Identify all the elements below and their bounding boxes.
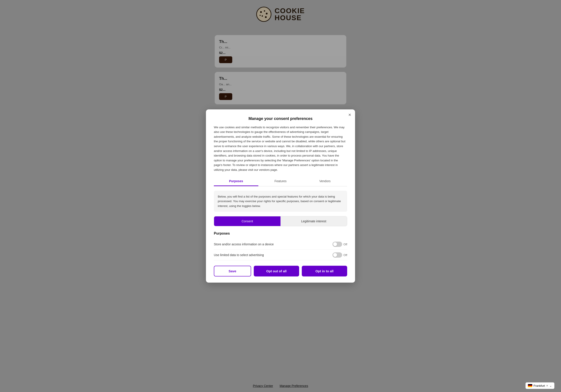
consent-button[interactable]: Consent [214, 216, 280, 226]
modal-title: Manage your consent preferences [214, 117, 347, 121]
location-close-button[interactable]: × [546, 384, 548, 387]
consent-modal: × Manage your consent preferences We use… [206, 109, 355, 283]
modal-footer: Save Opt out of all Opt in to all [214, 266, 347, 276]
purpose-2-label: Use limited data to select advertising [214, 253, 264, 257]
consent-legitimate-toggle: Consent Legitimate interest [214, 216, 347, 226]
opt-in-button[interactable]: Opt in to all [302, 266, 347, 276]
modal-description: We use cookies and similar methods to re… [214, 125, 347, 172]
germany-flag-icon [528, 384, 532, 387]
modal-overlay: × Manage your consent preferences We use… [0, 0, 561, 392]
tab-purposes-label: Purposes [229, 179, 243, 183]
toggle-2-thumb [333, 253, 337, 257]
toggle-2[interactable]: Off [333, 252, 347, 258]
tab-purposes[interactable]: Purposes [214, 177, 258, 186]
legitimate-label: Legitimate interest [301, 220, 326, 223]
toggle-2-state: Off [344, 254, 347, 257]
purposes-section: Purposes Store and/or access information… [214, 232, 347, 260]
info-box-text: Below, you will find a list of the purpo… [218, 195, 341, 208]
consent-label: Consent [241, 220, 253, 223]
toggle-2-track[interactable] [333, 252, 342, 258]
tab-features-label: Features [274, 179, 286, 183]
close-button[interactable]: × [348, 112, 351, 117]
toggle-1-state: Off [344, 243, 347, 246]
purposes-title: Purposes [214, 232, 347, 235]
location-city: Frankfurt [534, 384, 545, 387]
modal-tabs: Purposes Features Vendors [214, 177, 347, 186]
opt-out-button[interactable]: Opt out of all [254, 266, 299, 276]
location-badge: Frankfurt × ⌄ [526, 382, 554, 389]
toggle-1[interactable]: Off [333, 242, 347, 247]
tab-features[interactable]: Features [258, 177, 303, 186]
purpose-item-1: Store and/or access information on a dev… [214, 239, 347, 250]
toggle-1-thumb [333, 242, 337, 246]
save-button[interactable]: Save [214, 266, 251, 276]
tab-vendors[interactable]: Vendors [303, 177, 347, 186]
purpose-1-label: Store and/or access information on a dev… [214, 243, 274, 246]
info-box: Below, you will find a list of the purpo… [214, 191, 347, 212]
legitimate-interest-button[interactable]: Legitimate interest [280, 216, 347, 226]
toggle-1-track[interactable] [333, 242, 342, 247]
tab-vendors-label: Vendors [319, 179, 331, 183]
location-chevron-icon[interactable]: ⌄ [549, 384, 552, 387]
purpose-item-2: Use limited data to select advertising O… [214, 250, 347, 260]
